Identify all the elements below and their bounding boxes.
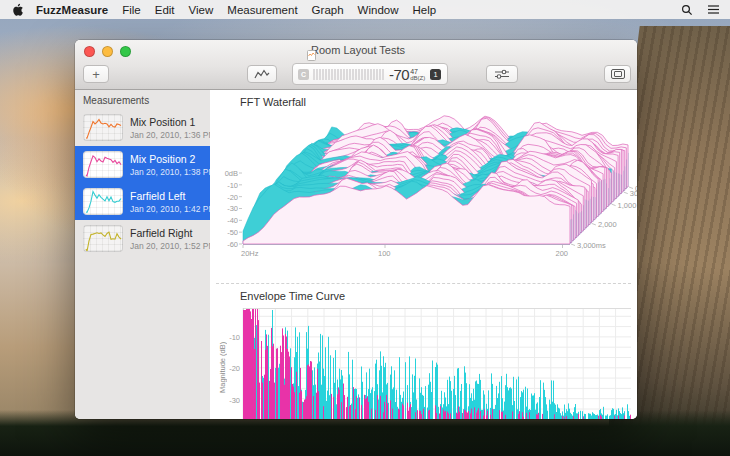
waterfall-xtick: 100: [378, 249, 391, 258]
measurement-row-mix-position-2[interactable]: Mix Position 2Jan 20, 2010, 1:38 PM: [75, 146, 210, 183]
envelope-ytick: -10: [214, 333, 240, 342]
envelope-ytick: -30: [214, 396, 240, 405]
fft-waterfall-chart: [210, 90, 637, 290]
measurement-thumbnail: [83, 188, 123, 215]
toggle-sidebar-button[interactable]: [604, 65, 631, 83]
app-window: Room Layout Tests + C -70 47 dB(Z) 1: [75, 40, 637, 419]
waterfall-ytick: 0dB: [212, 169, 238, 178]
level-reading: -70 47 dB(Z) 1: [389, 66, 441, 83]
add-measurement-button[interactable]: +: [83, 65, 109, 83]
waterfall-depth-tick: 300: [630, 189, 637, 198]
calibration-chip: C: [298, 69, 309, 80]
level-meter-bars: [313, 69, 385, 80]
channel-badge: 1: [430, 69, 441, 80]
measurement-thumbnail: [83, 151, 123, 178]
measurement-name: Mix Position 2: [130, 153, 210, 165]
waterfall-ytick: -60: [212, 240, 238, 249]
measurement-thumbnail: [83, 225, 123, 252]
level-value: -70: [389, 66, 409, 83]
measurement-date: Jan 20, 2010, 1:52 PM: [130, 241, 210, 251]
measurement-date: Jan 20, 2010, 1:36 PM: [130, 130, 210, 140]
measurement-row-farfield-right[interactable]: Farfield RightJan 20, 2010, 1:52 PM: [75, 220, 210, 257]
waterfall-depth-tick: 2,000: [598, 220, 617, 229]
measurement-name: Farfield Left: [130, 190, 210, 202]
level-fraction: 47: [410, 68, 425, 75]
graphs-pane: FFT Waterfall 0dB-10-20-30-40-50-6020Hz1…: [210, 90, 637, 419]
menu-item-edit[interactable]: Edit: [155, 4, 175, 16]
waterfall-depth-tick: 1,000: [618, 201, 637, 210]
panel-icon: [611, 69, 625, 79]
measurement-thumbnail: [83, 114, 123, 141]
window-title: Room Layout Tests: [311, 44, 405, 56]
add-button-label: +: [92, 67, 100, 82]
sidebar-header: Measurements: [75, 90, 210, 109]
menu-app-name[interactable]: FuzzMeasure: [36, 4, 108, 16]
section-divider: [216, 283, 631, 284]
level-unit: dB(Z): [410, 75, 425, 81]
measurement-row-mix-position-1[interactable]: Mix Position 1Jan 20, 2010, 1:36 PM: [75, 109, 210, 146]
sliders-icon: [494, 69, 510, 79]
waterfall-depth-tick: 3,000ms: [577, 241, 606, 250]
envelope-time-curve-chart: [243, 308, 631, 419]
window-chrome: Room Layout Tests + C -70 47 dB(Z) 1: [75, 40, 637, 90]
settings-sliders-button[interactable]: [486, 65, 518, 83]
waterfall-ytick: -20: [212, 193, 238, 202]
menu-item-graph[interactable]: Graph: [312, 4, 344, 16]
menu-item-file[interactable]: File: [122, 4, 141, 16]
waterfall-xtick: 200: [556, 249, 569, 258]
apple-menu-icon[interactable]: [12, 3, 24, 16]
measurement-name: Mix Position 1: [130, 116, 210, 128]
measurements-sidebar: Measurements Mix Position 1Jan 20, 2010,…: [75, 90, 210, 419]
spotlight-search-icon[interactable]: [680, 3, 694, 17]
measurement-row-farfield-left[interactable]: Farfield LeftJan 20, 2010, 1:42 PM: [75, 183, 210, 220]
measurement-date: Jan 20, 2010, 1:38 PM: [130, 167, 210, 177]
waterfall-ytick: -50: [212, 228, 238, 237]
waterfall-ytick: -10: [212, 181, 238, 190]
graph-style-button[interactable]: [247, 65, 277, 83]
notification-center-icon[interactable]: [706, 3, 720, 17]
menu-item-help[interactable]: Help: [412, 4, 436, 16]
waveform-icon: [254, 69, 270, 80]
menu-bar: FuzzMeasure FileEditViewMeasurementGraph…: [0, 0, 730, 19]
waterfall-ytick: -30: [212, 204, 238, 213]
menu-item-view[interactable]: View: [189, 4, 214, 16]
measurement-date: Jan 20, 2010, 1:42 PM: [130, 204, 210, 214]
menu-item-measurement[interactable]: Measurement: [227, 4, 297, 16]
title-bar[interactable]: Room Layout Tests: [75, 40, 637, 61]
measurement-name: Farfield Right: [130, 227, 210, 239]
envelope-title: Envelope Time Curve: [240, 290, 345, 302]
envelope-ytick: -20: [214, 364, 240, 373]
waterfall-xtick: 20Hz: [241, 249, 259, 258]
input-level-meter[interactable]: C -70 47 dB(Z) 1: [292, 63, 448, 85]
menu-item-window[interactable]: Window: [358, 4, 399, 16]
waterfall-ytick: -40: [212, 216, 238, 225]
